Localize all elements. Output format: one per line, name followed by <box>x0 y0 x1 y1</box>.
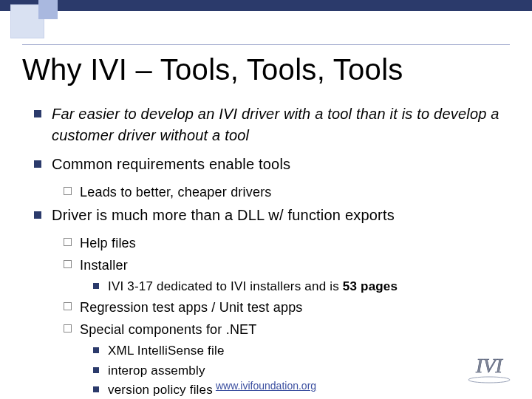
bullet-lvl2: Regression test apps / Unit test apps <box>22 298 510 317</box>
footer: www.ivifoundation.org <box>0 380 532 392</box>
header-bar <box>0 0 532 11</box>
text-bold: 53 pages <box>343 279 398 293</box>
bullet-lvl3: XML IntelliSense file <box>22 342 510 361</box>
bullet-lvl2: Special components for .NET <box>22 320 510 339</box>
header-rule <box>22 44 510 45</box>
footer-link[interactable]: www.ivifoundation.org <box>216 380 316 392</box>
ivi-logo: IVI <box>463 350 516 386</box>
bullet-lvl1: Far easier to develop an IVI driver with… <box>22 103 510 146</box>
bullet-lvl2: Installer <box>22 256 510 275</box>
bullet-lvl2: Help files <box>22 233 510 253</box>
bullet-lvl3: IVI 3-17 dedicated to IVI installers and… <box>22 278 510 296</box>
decor-square-small <box>38 0 58 19</box>
bullet-lvl3: interop assembly <box>22 362 510 381</box>
slide-body: Far easier to develop an IVI driver with… <box>22 103 510 399</box>
svg-point-1 <box>468 377 510 383</box>
bullet-lvl1: Common requirements enable tools <box>22 154 510 175</box>
text: IVI 3-17 dedicated to IVI installers and… <box>108 279 343 293</box>
slide-title: Why IVI – Tools, Tools, Tools <box>22 53 403 86</box>
bullet-lvl1: Driver is much more than a DLL w/ functi… <box>22 205 510 226</box>
bullet-lvl2: Leads to better, cheaper drivers <box>22 183 510 202</box>
svg-text:IVI: IVI <box>475 354 503 377</box>
